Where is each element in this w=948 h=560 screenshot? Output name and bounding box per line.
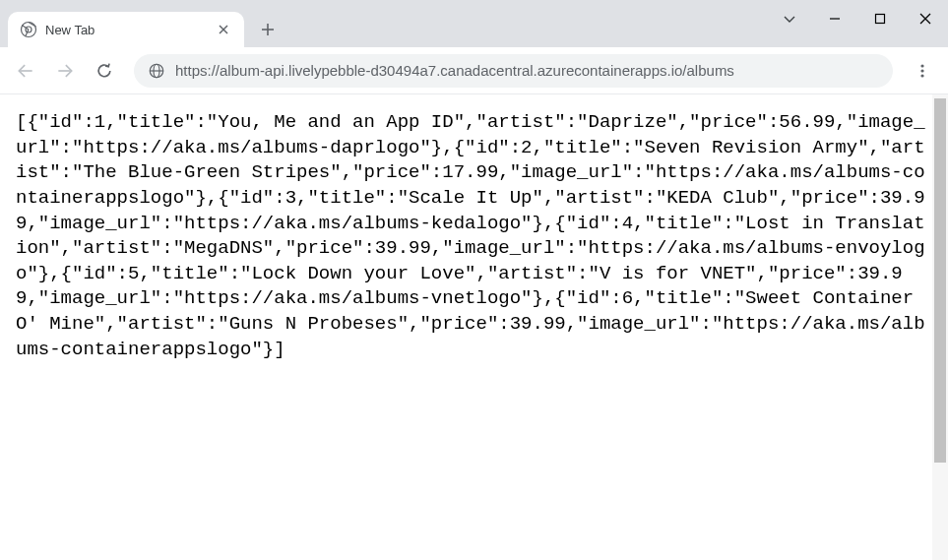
close-window-button[interactable] [903,0,948,37]
globe-icon [148,62,165,80]
url-origin: https://album-api.livelypebble-d30494a7.… [175,62,687,79]
svg-point-19 [920,69,923,72]
response-body[interactable]: [{"id":1,"title":"You, Me and an App ID"… [0,94,948,560]
minimize-button[interactable] [812,0,857,37]
chrome-favicon-icon [20,21,37,38]
tab-search-button[interactable] [773,0,806,37]
tab-strip: New Tab [0,0,948,47]
url-path: albums [687,62,734,79]
new-tab-button[interactable] [254,16,282,43]
window-controls [773,0,948,37]
back-button[interactable] [8,53,43,89]
scrollbar-thumb[interactable] [934,98,946,463]
tab-close-button[interactable] [215,21,232,38]
viewport: [{"id":1,"title":"You, Me and an App ID"… [0,94,948,560]
address-bar[interactable]: https://album-api.livelypebble-d30494a7.… [134,54,893,88]
browser-tab[interactable]: New Tab [8,12,244,47]
maximize-button[interactable] [857,0,903,37]
svg-point-20 [920,74,923,77]
svg-rect-10 [876,15,885,24]
reload-button[interactable] [87,53,122,89]
browser-window: New Tab [0,0,948,560]
url-text: https://album-api.livelypebble-d30494a7.… [175,62,734,79]
browser-menu-button[interactable] [905,53,940,89]
forward-button[interactable] [47,53,83,89]
scrollbar-track[interactable] [932,94,948,560]
tab-title: New Tab [45,23,207,37]
toolbar: https://album-api.livelypebble-d30494a7.… [0,47,948,94]
svg-point-18 [920,64,923,67]
